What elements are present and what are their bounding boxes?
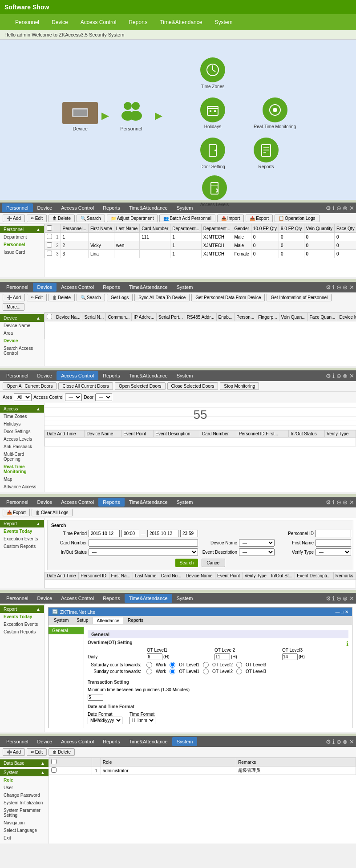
- ta-sat-ot3[interactable]: [236, 662, 242, 668]
- device-getinfo-btn[interactable]: Get Information of Personnel: [267, 294, 332, 301]
- device-menu-system[interactable]: System: [172, 283, 198, 292]
- sidebar-item-personnel[interactable]: Personnel: [0, 241, 44, 248]
- rpt-th-remarks[interactable]: Remarks: [333, 572, 356, 580]
- ac-close-all-btn[interactable]: Close All Current Doors: [58, 382, 113, 390]
- device-add-btn[interactable]: ➕ Add: [3, 294, 25, 301]
- sidebar-item-events-today[interactable]: Events Today: [0, 527, 44, 535]
- search-button[interactable]: Search: [175, 559, 198, 567]
- ta-tab-reports[interactable]: Reports: [124, 617, 147, 624]
- ac-open-all-btn[interactable]: Open All Current Doors: [3, 382, 57, 390]
- ac-area-select[interactable]: All: [14, 393, 32, 401]
- personnel-delete-btn[interactable]: 🗑 Delete: [49, 215, 75, 222]
- table-row[interactable]: 1 administrator 超级管理员: [49, 767, 356, 775]
- device-th-rs485[interactable]: RS485 Addr...: [185, 313, 216, 321]
- ac-open-selected-btn[interactable]: Open Selected Doors: [115, 382, 166, 390]
- device-menu-access[interactable]: Access Control: [57, 283, 98, 292]
- sys-menu-reports[interactable]: Reports: [98, 737, 125, 746]
- ta-sun-ot3[interactable]: [236, 669, 242, 674]
- ac-menu-reports[interactable]: Reports: [98, 371, 125, 380]
- event-desc-select[interactable]: —: [239, 548, 275, 556]
- personnel-export-btn[interactable]: 📤 Export: [246, 215, 273, 222]
- table-row[interactable]: 3 3 Lina 1 XJMTECH Female 0 0 0 0: [45, 250, 356, 258]
- device-th-person[interactable]: Person...: [235, 313, 256, 321]
- rpt-menu-personnel[interactable]: Personnel: [2, 498, 33, 507]
- time-to-input[interactable]: [147, 530, 178, 537]
- personnel-menu-device[interactable]: Device: [33, 203, 57, 212]
- rpt-menu-system[interactable]: System: [172, 498, 198, 507]
- personnel-menu-reports[interactable]: Reports: [98, 203, 125, 212]
- nav-system[interactable]: System: [208, 16, 239, 29]
- ac-menu-ta[interactable]: Time&Attendance: [125, 371, 172, 380]
- sys-th-remarks[interactable]: Remarks: [236, 758, 356, 767]
- ta-sun-ot2[interactable]: [203, 669, 209, 674]
- device-th-commun[interactable]: Commun...: [106, 313, 132, 321]
- device-getlogs-btn[interactable]: Get Logs: [107, 294, 133, 301]
- device-menu-ta[interactable]: Time&Attendance: [125, 283, 172, 292]
- th-personnel-id[interactable]: Personnel...: [61, 224, 88, 233]
- ac-th-datetime[interactable]: Date And Time: [45, 430, 85, 438]
- rpt-th-device[interactable]: Device Name: [184, 572, 215, 580]
- personnel-menu-ta[interactable]: Time&Attendance: [125, 203, 172, 212]
- th-dept2[interactable]: Department...: [201, 224, 232, 233]
- ta-general-menu[interactable]: General: [49, 627, 84, 634]
- sidebar-item-navigation[interactable]: Navigation: [0, 819, 49, 827]
- ac-th-card[interactable]: Card Number: [200, 430, 237, 438]
- sidebar-item-ta-custom-reports[interactable]: Custom Reports: [0, 628, 44, 636]
- personnel-search-btn[interactable]: 🔍 Search: [77, 215, 105, 222]
- device-th-face[interactable]: Face Quan...: [307, 313, 337, 321]
- ta-menu-ta[interactable]: Time&Attendance: [125, 594, 172, 603]
- ac-menu-device[interactable]: Device: [33, 371, 57, 380]
- sidebar-item-access-levels[interactable]: Access Levels: [0, 435, 44, 443]
- personnel-adjust-dept-btn[interactable]: 📁 Adjust Department: [107, 215, 158, 222]
- rpt-clearall-btn[interactable]: 🗑 Clear All Logs: [32, 509, 73, 516]
- sidebar-item-custom-reports[interactable]: Custom Reports: [0, 543, 44, 550]
- device-th-ip[interactable]: IP Addre...: [132, 313, 157, 321]
- nav-device[interactable]: Device: [45, 16, 74, 29]
- row-checkbox[interactable]: [47, 251, 52, 256]
- ta-sun-ot1[interactable]: [170, 669, 175, 674]
- th-lastname[interactable]: Last Name: [114, 224, 139, 233]
- ac-th-device[interactable]: Device Name: [85, 430, 121, 438]
- sidebar-item-department[interactable]: Department: [0, 233, 44, 241]
- device-menu-personnel[interactable]: Personnel: [2, 283, 33, 292]
- ac-th-event-desc[interactable]: Event Description: [154, 430, 200, 438]
- sys-menu-device[interactable]: Device: [33, 737, 57, 746]
- rpt-menu-access[interactable]: Access Control: [57, 498, 98, 507]
- nav-personnel[interactable]: Personnel: [9, 16, 45, 29]
- sidebar-item-map[interactable]: Map: [0, 475, 44, 483]
- rpt-menu-device[interactable]: Device: [33, 498, 57, 507]
- ac-close-selected-btn[interactable]: Close Selected Doors: [167, 382, 218, 390]
- personnel-menu-system[interactable]: System: [172, 203, 198, 212]
- sys-add-btn[interactable]: ➕ Add: [3, 748, 25, 756]
- th-face[interactable]: Face Qty: [335, 224, 356, 233]
- rpt-th-eventdesc[interactable]: Event Descripti...: [295, 572, 334, 580]
- rpt-th-inout[interactable]: In/Out St...: [269, 572, 295, 580]
- personnel-edit-btn[interactable]: ✏ Edit: [27, 215, 47, 222]
- ac-th-event-point[interactable]: Event Point: [121, 430, 154, 438]
- ta-menu-reports[interactable]: Reports: [98, 594, 125, 603]
- device-edit-btn[interactable]: ✏ Edit: [27, 294, 47, 301]
- sidebar-item-role[interactable]: Role: [0, 776, 49, 784]
- th-gender[interactable]: Gender: [232, 224, 251, 233]
- sidebar-item-sys-init[interactable]: System Initialization: [0, 799, 49, 807]
- row-checkbox[interactable]: [47, 242, 52, 247]
- ta-time-format-select[interactable]: HH:mm: [129, 717, 155, 724]
- sidebar-item-change-pw[interactable]: Change Password: [0, 791, 49, 799]
- device-name-select[interactable]: —: [239, 539, 275, 547]
- row-checkbox[interactable]: [47, 234, 52, 239]
- device-delete-btn[interactable]: 🗑 Delete: [49, 294, 75, 301]
- personnel-id-input[interactable]: [316, 530, 351, 537]
- ta-sat-ot2[interactable]: [203, 662, 209, 668]
- ta-info-icon[interactable]: ℹ: [346, 640, 348, 647]
- time-from-hm[interactable]: [121, 530, 139, 537]
- sidebar-item-door-settings[interactable]: Door Settings: [0, 428, 44, 435]
- device-th-enable[interactable]: Enab...: [216, 313, 235, 321]
- ta-menu-personnel[interactable]: Personnel: [2, 594, 33, 603]
- ta-sun-work[interactable]: [146, 669, 152, 674]
- th-vein[interactable]: Vein Quantity: [304, 224, 334, 233]
- time-from-input[interactable]: [89, 530, 120, 537]
- nav-time-attendance[interactable]: Time&Attendance: [154, 16, 208, 29]
- device-th-serial[interactable]: Serial N...: [82, 313, 106, 321]
- personnel-menu-personnel[interactable]: Personnel: [2, 203, 33, 212]
- rpt-th-firstname[interactable]: First Na...: [109, 572, 133, 580]
